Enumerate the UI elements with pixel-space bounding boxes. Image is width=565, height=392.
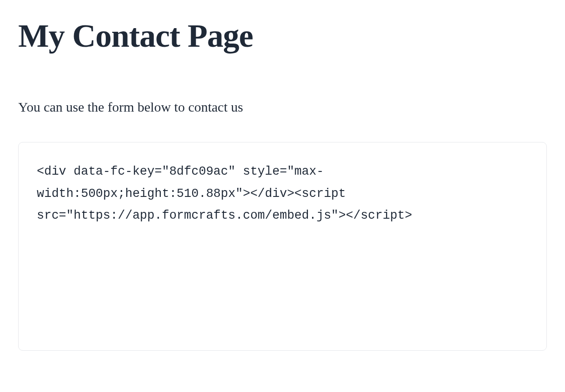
intro-text: You can use the form below to contact us: [18, 99, 547, 115]
page-title: My Contact Page: [18, 18, 547, 54]
code-block: <div data-fc-key="8dfc09ac" style="max-w…: [18, 142, 547, 351]
